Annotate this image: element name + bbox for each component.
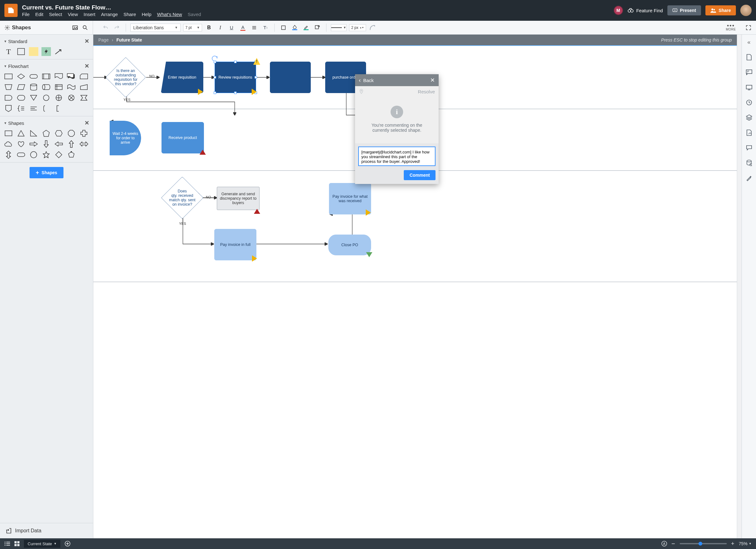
bold-button[interactable]: B (205, 23, 213, 32)
grid-view-icon[interactable] (14, 541, 19, 546)
sh-rect[interactable] (4, 129, 13, 138)
close-icon[interactable]: ✕ (85, 63, 89, 69)
font-family-select[interactable]: Liberation Sans ▼ (130, 24, 181, 32)
underline-button[interactable]: U (227, 23, 236, 32)
shape-options-button[interactable] (313, 23, 322, 32)
sh-arrow-right[interactable] (29, 140, 38, 148)
undo-button[interactable] (101, 23, 110, 32)
fc-collate[interactable] (79, 93, 89, 102)
line-width-select[interactable]: 2 px▲▼ (349, 24, 366, 31)
bolt-shape[interactable] (41, 47, 51, 56)
sh-star[interactable] (41, 150, 51, 159)
sh-hexagon[interactable] (54, 129, 63, 138)
border-color-button[interactable] (302, 23, 310, 32)
vertical-scrollbar[interactable] (737, 35, 742, 538)
magic-icon[interactable] (745, 174, 753, 182)
zoom-slider[interactable] (680, 543, 727, 544)
fc-offpage[interactable] (4, 104, 13, 113)
sh-pill[interactable] (16, 150, 26, 159)
sh-arrow-left[interactable] (54, 140, 63, 148)
close-icon[interactable]: ✕ (85, 38, 89, 45)
text-color-button[interactable]: A (238, 23, 247, 32)
fc-decision[interactable] (16, 72, 26, 81)
data-icon[interactable] (745, 159, 753, 167)
enter-requisition-box[interactable]: Enter requisition (161, 62, 203, 93)
menu-edit[interactable]: Edit (35, 12, 43, 17)
collaborator-avatar[interactable]: M (614, 6, 623, 15)
sh-arrow-both[interactable] (79, 140, 89, 148)
canvas[interactable]: Is there an outstanding requisition for … (93, 45, 737, 538)
layers-icon[interactable] (745, 114, 753, 121)
decision-outstanding-req[interactable]: Is there an outstanding requisition for … (106, 58, 145, 97)
zoom-percentage[interactable]: 75%▼ (739, 541, 752, 546)
fullscreen-button[interactable] (744, 23, 753, 32)
close-po-box[interactable]: Close PO (328, 234, 371, 255)
document-title[interactable]: Current vs. Future State Flow… (22, 4, 201, 11)
fc-intstorage[interactable] (54, 83, 63, 91)
menu-file[interactable]: File (22, 12, 30, 17)
sh-right-tri[interactable] (29, 129, 38, 138)
comment-submit-button[interactable]: Comment (404, 170, 436, 180)
menu-share[interactable]: Share (123, 12, 136, 17)
fill-color-button[interactable] (290, 23, 299, 32)
italic-button[interactable]: I (216, 23, 225, 32)
menu-arrange[interactable]: Arrange (101, 12, 118, 17)
fc-brace[interactable] (16, 104, 26, 113)
add-page-button[interactable] (65, 541, 70, 546)
share-button[interactable]: Share (705, 5, 736, 15)
sh-diamond-outline[interactable] (54, 150, 63, 159)
fc-merge[interactable] (29, 93, 38, 102)
import-data-button[interactable]: Import Data (0, 523, 93, 538)
sh-arrow-down[interactable] (41, 140, 51, 148)
comments-icon[interactable] (745, 69, 753, 76)
fc-delay[interactable] (4, 93, 13, 102)
comment-back-button[interactable]: Back (363, 78, 374, 83)
sh-heart[interactable] (16, 140, 26, 148)
sh-poly[interactable] (67, 150, 76, 159)
resolve-button[interactable]: Resolve (418, 89, 435, 94)
breadcrumb-current[interactable]: Future State (116, 37, 142, 42)
menu-insert[interactable]: Insert (84, 12, 96, 17)
pay-received-box[interactable]: Pay invoice for what was received (329, 183, 371, 214)
fc-multidoc[interactable] (67, 72, 76, 81)
close-icon[interactable]: ✕ (85, 119, 89, 126)
fc-note[interactable] (29, 104, 38, 113)
menu-view[interactable]: View (68, 12, 78, 17)
review-requisitions-box[interactable]: Review requisitions (215, 62, 256, 93)
fc-manual-input[interactable] (79, 83, 89, 91)
fc-process[interactable] (4, 72, 13, 81)
menu-help[interactable]: Help (142, 12, 151, 17)
comment-input[interactable] (358, 146, 436, 166)
chevron-down-icon[interactable]: ▼ (4, 121, 7, 125)
text-shape[interactable]: T (4, 47, 13, 56)
fc-directdata[interactable] (41, 83, 51, 91)
sh-octagon[interactable] (67, 129, 76, 138)
wait-weeks-box[interactable]: Wait 2-4 weeks for order to arrive (110, 121, 141, 155)
fc-terminator[interactable] (29, 72, 38, 81)
chat-icon[interactable] (745, 144, 753, 151)
sh-circle[interactable] (29, 150, 38, 159)
fc-card[interactable] (79, 72, 89, 81)
rect-shape[interactable] (16, 47, 26, 56)
user-avatar[interactable] (740, 5, 752, 16)
chevron-down-icon[interactable]: ▼ (4, 64, 7, 68)
rotate-handle-icon[interactable] (211, 55, 218, 62)
discrepancy-box[interactable]: Generate and send discrepancy report to … (217, 187, 260, 210)
fc-data[interactable] (16, 83, 26, 91)
arrow-shape[interactable] (54, 47, 63, 56)
fileinfo-icon[interactable] (745, 129, 753, 136)
section-flowchart-label[interactable]: Flowchart (8, 63, 29, 69)
line-style-select[interactable]: ▼ (331, 24, 347, 31)
sh-cloud[interactable] (4, 140, 13, 148)
shape-outline-button[interactable] (279, 23, 288, 32)
decision-qty[interactable]: Does qty. received match qty. sent on in… (162, 177, 203, 218)
line-end-button[interactable] (369, 23, 377, 32)
breadcrumb-page-label[interactable]: Page (98, 37, 109, 42)
page-tab-select[interactable]: Current State ▼ (24, 540, 60, 548)
fc-predefined[interactable] (41, 72, 51, 81)
fc-brace2[interactable] (41, 104, 51, 113)
zoom-out-button[interactable]: − (671, 540, 675, 547)
chevron-left-icon[interactable]: ‹ (359, 77, 361, 84)
list-view-icon[interactable] (4, 541, 10, 546)
sh-arrow-up[interactable] (67, 140, 76, 148)
